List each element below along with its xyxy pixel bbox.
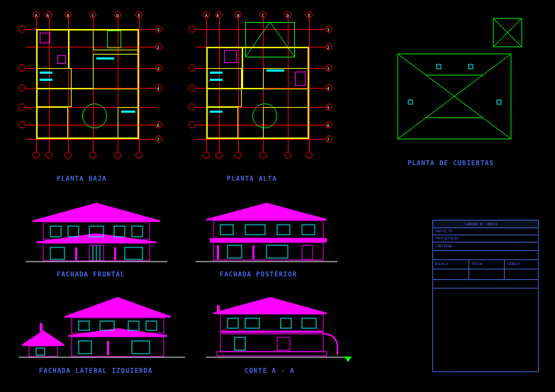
- svg-rect-39: [277, 225, 290, 235]
- tb-project: PROYECTO: [435, 229, 452, 233]
- svg-rect-45: [252, 245, 254, 259]
- svg-marker-15: [33, 203, 160, 222]
- svg-rect-37: [220, 225, 233, 235]
- section-icon: [206, 291, 359, 362]
- svg-rect-68: [217, 352, 327, 356]
- svg-rect-67: [220, 334, 323, 352]
- svg-rect-71: [281, 318, 291, 328]
- svg-marker-17: [36, 233, 157, 243]
- grid-col-d: D: [114, 13, 121, 18]
- grid-row-6: 6: [155, 123, 162, 128]
- svg-rect-34: [213, 220, 323, 238]
- fachada-posterior-label: FACHADA POSTERIOR: [220, 271, 297, 278]
- svg-rect-41: [228, 245, 242, 258]
- svg-rect-62: [107, 341, 109, 355]
- svg-marker-51: [65, 297, 171, 318]
- fachada-posterior-drawing: [195, 198, 337, 266]
- planta-baja-drawing: A A' B C D E 1 2 3 4 6 7: [14, 11, 163, 163]
- tb-header: LAMINA N° UNICA: [465, 222, 497, 226]
- svg-rect-58: [128, 321, 139, 330]
- svg-rect-44: [217, 245, 219, 259]
- svg-rect-49: [36, 348, 45, 355]
- svg-rect-60: [79, 341, 91, 354]
- corte-aa-label: CORTE A - A: [245, 367, 295, 374]
- grid-row-3: 3: [155, 66, 162, 71]
- svg-rect-56: [79, 321, 89, 330]
- svg-rect-65: [220, 314, 323, 332]
- grid-row-2: 2: [155, 45, 162, 50]
- svg-marker-54: [68, 328, 167, 337]
- rear-elevation-icon: [196, 199, 337, 267]
- tb-date: FECHA: [472, 262, 483, 266]
- svg-rect-57: [100, 321, 114, 330]
- svg-rect-38: [245, 225, 265, 235]
- side-elevation-icon: [18, 291, 185, 362]
- front-elevation-icon: [26, 199, 167, 267]
- planta-cubiertas-drawing: [386, 14, 528, 149]
- svg-rect-72: [302, 318, 316, 328]
- svg-rect-50: [40, 323, 43, 332]
- svg-marker-64: [213, 297, 327, 314]
- planta-alta-drawing: A A' B C D E 1 2 3 4 5 6 7: [184, 11, 333, 163]
- svg-rect-35: [210, 238, 327, 242]
- fachada-lateral-drawing: [18, 291, 184, 362]
- svg-rect-70: [245, 318, 259, 328]
- grid-row-1: 1: [155, 27, 162, 32]
- svg-rect-31: [114, 247, 116, 260]
- svg-rect-69: [228, 318, 238, 328]
- planta-alta-label: PLANTA ALTA: [227, 175, 277, 182]
- svg-rect-19: [50, 226, 61, 237]
- svg-rect-73: [235, 337, 245, 350]
- svg-marker-33: [206, 203, 327, 220]
- svg-rect-42: [267, 245, 288, 258]
- svg-marker-77: [344, 357, 352, 362]
- svg-rect-14: [497, 100, 501, 104]
- roof-plan-icon: [387, 15, 529, 150]
- grid-col-a2: A': [45, 13, 52, 18]
- svg-rect-12: [469, 65, 473, 69]
- grid-row-4: 4: [155, 86, 162, 91]
- svg-rect-20: [68, 226, 79, 237]
- svg-rect-75: [217, 306, 220, 314]
- svg-rect-40: [302, 225, 315, 235]
- tb-owner: PROPIETARIO: [435, 236, 459, 240]
- tb-content: CONTIENE:: [435, 244, 454, 248]
- svg-marker-47: [22, 330, 65, 346]
- tb-drawn: DIBUJO: [508, 262, 520, 266]
- svg-rect-61: [132, 341, 150, 354]
- grid-col-a: A: [33, 13, 40, 18]
- svg-rect-59: [146, 321, 157, 330]
- fachada-frontal-drawing: [25, 198, 167, 266]
- grid-col-e: E: [135, 13, 142, 18]
- corte-aa-drawing: [206, 291, 358, 362]
- svg-rect-24: [50, 247, 65, 259]
- svg-rect-23: [132, 226, 142, 237]
- svg-rect-30: [75, 247, 77, 260]
- grid-row-7: 7: [155, 137, 162, 142]
- svg-rect-11: [437, 65, 441, 69]
- tb-scale: ESCALA: [435, 262, 448, 266]
- svg-rect-13: [408, 100, 413, 104]
- svg-rect-26: [125, 247, 142, 259]
- planta-cubiertas-label: PLANTA DE CUBIERTAS: [408, 159, 494, 167]
- fachada-frontal-label: FACHADA FRONTAL: [57, 271, 125, 278]
- grid-col-c: C: [89, 13, 96, 18]
- svg-rect-22: [114, 226, 125, 237]
- svg-rect-74: [277, 337, 290, 350]
- title-block: LAMINA N° UNICA PROYECTO PROPIETARIO CON…: [432, 220, 539, 372]
- fachada-lateral-label: FACHADA LATERAL IZQUIERDA: [39, 367, 152, 374]
- svg-rect-43: [302, 245, 313, 259]
- planta-baja-label: PLANTA BAJA: [57, 175, 107, 182]
- grid-col-b: B: [65, 13, 72, 18]
